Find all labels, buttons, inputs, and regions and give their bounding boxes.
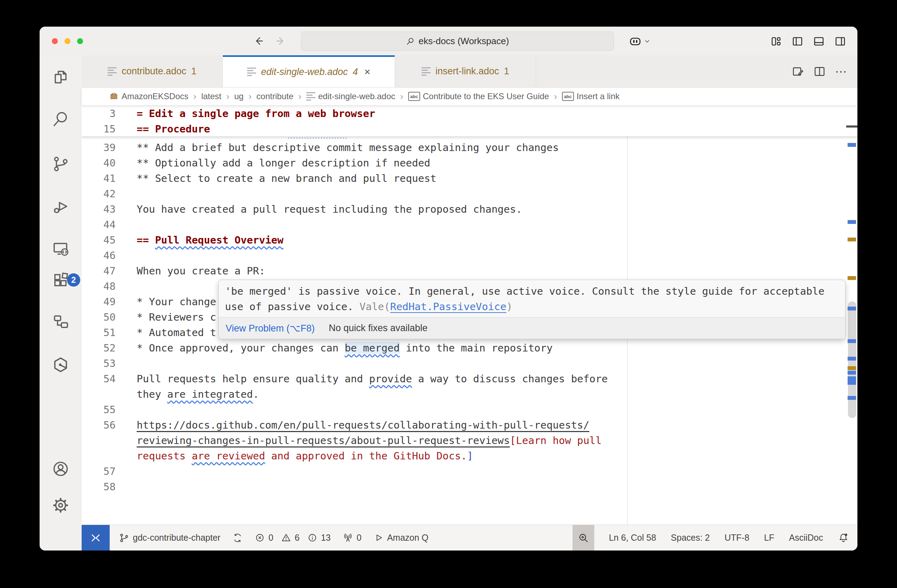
breadcrumb-item-ug[interactable]: ug xyxy=(234,92,243,101)
play-icon xyxy=(373,533,384,543)
sync-icon[interactable] xyxy=(232,533,243,543)
sidebar-item-remote-explorer[interactable] xyxy=(51,239,70,259)
line-content: You have created a pull request includin… xyxy=(137,202,522,217)
run-debug-icon xyxy=(52,198,70,216)
toggle-secondary-sidebar-button[interactable] xyxy=(834,35,846,47)
overview-mark xyxy=(848,220,856,224)
nav-back-icon[interactable] xyxy=(253,35,264,47)
tab-edit-single-web-adoc[interactable]: edit-single-web.adoc 4 × xyxy=(223,55,395,87)
overview-mark xyxy=(848,366,856,370)
remote-icon xyxy=(90,532,102,544)
split-editor-icon[interactable] xyxy=(813,65,826,78)
code-segment: * Automated t xyxy=(137,326,216,338)
search-icon xyxy=(406,37,415,46)
editor[interactable]: 3= Edit a single page from a web browser… xyxy=(82,105,857,525)
vale-rule-link[interactable]: RedHat.PassiveVoice xyxy=(390,301,506,312)
code-segment: * Once approved, your changes can xyxy=(137,342,345,354)
code-line: 43You have created a pull request includ… xyxy=(82,202,843,217)
overview-ruler xyxy=(845,105,857,525)
overview-mark xyxy=(848,339,856,343)
info-count: 13 xyxy=(321,533,331,543)
indentation-item[interactable]: Spaces: 2 xyxy=(671,533,710,543)
sidebar-item-amazon-q[interactable] xyxy=(51,355,70,375)
language-mode-item[interactable]: AsciiDoc xyxy=(789,533,823,543)
breadcrumb-separator: › xyxy=(298,91,302,102)
remote-indicator-button[interactable] xyxy=(82,525,110,551)
tab-problem-badge: 1 xyxy=(191,66,197,77)
code-segment: they xyxy=(137,388,167,400)
sidebar-item-search[interactable] xyxy=(51,109,70,129)
errors-icon xyxy=(255,533,265,543)
accounts-button[interactable] xyxy=(51,459,70,479)
code-segment: Pull Request Overview xyxy=(155,234,283,246)
overview-mark xyxy=(848,143,856,147)
sticky-scroll[interactable]: 3= Edit a single page from a web browser… xyxy=(82,105,857,137)
sidebar-item-related-views[interactable] xyxy=(51,312,70,331)
ports-status-item[interactable]: 0 xyxy=(343,533,361,543)
sidebar-item-explorer[interactable] xyxy=(51,67,70,87)
code-segment: == xyxy=(137,234,155,246)
zoom-status-button[interactable] xyxy=(572,525,594,551)
breadcrumb-item-symbol-section[interactable]: abc Insert a link xyxy=(562,92,620,101)
line-number: 46 xyxy=(82,250,116,262)
breadcrumb-item-latest[interactable]: latest xyxy=(201,92,221,101)
code-segment: ** Optionally add a longer description i… xyxy=(137,157,430,169)
eol-item[interactable]: LF xyxy=(764,533,775,543)
code-segment: reviewing-changes-in-pull-requests/about… xyxy=(137,435,510,447)
encoding-item[interactable]: UTF-8 xyxy=(725,533,750,543)
breadcrumb-separator: › xyxy=(400,91,403,102)
tab-insert-link-adoc[interactable]: insert-link.adoc 1 xyxy=(395,55,536,87)
view-problem-link[interactable]: View Problem (⌥F8) xyxy=(226,323,315,334)
breadcrumb-item-contribute[interactable]: contribute xyxy=(257,92,293,101)
copilot-button[interactable] xyxy=(629,35,651,47)
abc-symbol-icon: abc xyxy=(562,92,574,101)
toggle-primary-sidebar-button[interactable] xyxy=(791,35,804,47)
code-segment: into the main repository xyxy=(400,342,553,354)
warnings-icon xyxy=(281,533,291,543)
more-actions-icon[interactable]: ⋯ xyxy=(835,64,848,78)
code-segment: * Reviewers c xyxy=(137,311,216,323)
settings-button[interactable] xyxy=(51,496,70,515)
cursor-position-item[interactable]: Ln 6, Col 58 xyxy=(609,533,656,543)
line-content: == Pull Request Overview xyxy=(137,232,283,248)
problems-status-item[interactable]: 0 6 13 xyxy=(255,533,331,543)
line-number: 54 xyxy=(82,373,116,385)
command-center-search[interactable]: eks-docs (Workspace) xyxy=(301,32,614,51)
toggle-panel-button[interactable] xyxy=(813,35,825,47)
amazon-q-status-item[interactable]: Amazon Q xyxy=(373,533,429,543)
line-content: https://docs.github.com/en/pull-requests… xyxy=(137,417,589,433)
tab-contribute-adoc[interactable]: contribute.adoc 1 xyxy=(82,55,223,87)
line-number: 51 xyxy=(82,326,116,338)
sidebar-item-source-control[interactable] xyxy=(51,154,70,174)
code-line: 54Pull requests help ensure quality and … xyxy=(82,371,843,386)
line-number: 49 xyxy=(82,296,116,308)
overview-mark xyxy=(848,237,856,242)
nav-forward-icon[interactable] xyxy=(275,35,286,47)
breadcrumb-item-file[interactable]: edit-single-web.adoc xyxy=(306,91,395,102)
traffic-light-close[interactable] xyxy=(52,38,58,44)
breadcrumb: AmazonEKSDocs › latest › ug › contribute… xyxy=(82,87,857,105)
code-segment: Learn how pull xyxy=(516,435,602,446)
traffic-light-minimize[interactable] xyxy=(64,38,70,44)
line-number: 40 xyxy=(82,157,116,169)
explorer-icon xyxy=(52,68,70,86)
sticky-line: 3= Edit a single page from a web browser xyxy=(82,106,857,121)
breadcrumb-item-project[interactable]: AmazonEKSDocs xyxy=(109,92,188,101)
traffic-light-zoom[interactable] xyxy=(77,38,83,44)
sidebar-item-run-debug[interactable] xyxy=(51,197,70,217)
breadcrumb-item-symbol-doc[interactable]: abc Contribute to the EKS User Guide xyxy=(408,92,549,101)
breadcrumb-separator: › xyxy=(248,91,252,102)
notifications-bell-icon[interactable] xyxy=(838,532,849,544)
branch-status-item[interactable]: gdc-contribute-chapter xyxy=(119,533,220,543)
line-content: ** Optionally add a longer description i… xyxy=(137,155,430,171)
branch-name: gdc-contribute-chapter xyxy=(133,533,220,543)
breadcrumb-separator: › xyxy=(193,91,197,102)
code-line: requests are reviewed and approved in th… xyxy=(82,448,843,464)
settings-gear-icon xyxy=(52,496,70,514)
extensions-badge: 2 xyxy=(67,273,80,286)
customize-layout-button[interactable] xyxy=(770,35,782,47)
tab-problem-badge: 1 xyxy=(504,66,509,77)
line-number: 52 xyxy=(82,342,116,354)
open-preview-icon[interactable] xyxy=(791,65,804,78)
close-tab-icon[interactable]: × xyxy=(364,66,371,78)
